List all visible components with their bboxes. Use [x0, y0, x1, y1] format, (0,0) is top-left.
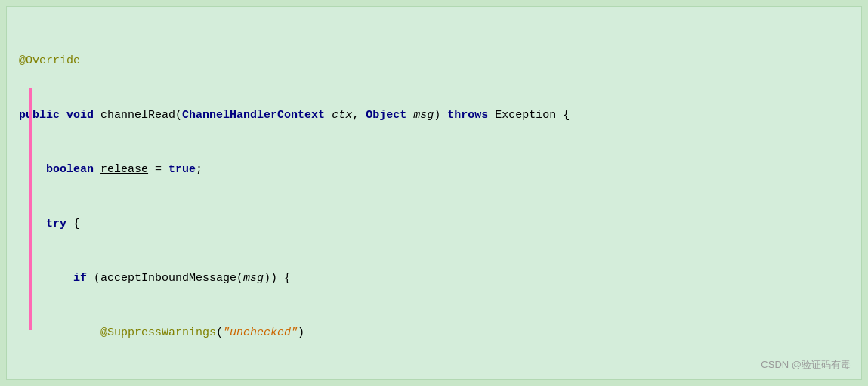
annotation-override: @Override [19, 54, 80, 67]
code-container: @Override public void channelRead(Channe… [6, 6, 862, 380]
line-1: @Override [19, 52, 849, 70]
line-2: public void channelRead(ChannelHandlerCo… [19, 107, 849, 125]
watermark: CSDN @验证码有毒 [761, 358, 851, 372]
line-5: if (acceptInboundMessage(msg)) { [19, 270, 849, 288]
line-7: I imsg = (I) msg; [19, 378, 849, 380]
code-block: @Override public void channelRead(Channe… [19, 16, 849, 380]
pink-border-indicator [29, 88, 32, 330]
line-4: try { [19, 215, 849, 233]
line-6: @SuppressWarnings("unchecked") [19, 324, 849, 342]
line-3: boolean release = true; [19, 161, 849, 179]
